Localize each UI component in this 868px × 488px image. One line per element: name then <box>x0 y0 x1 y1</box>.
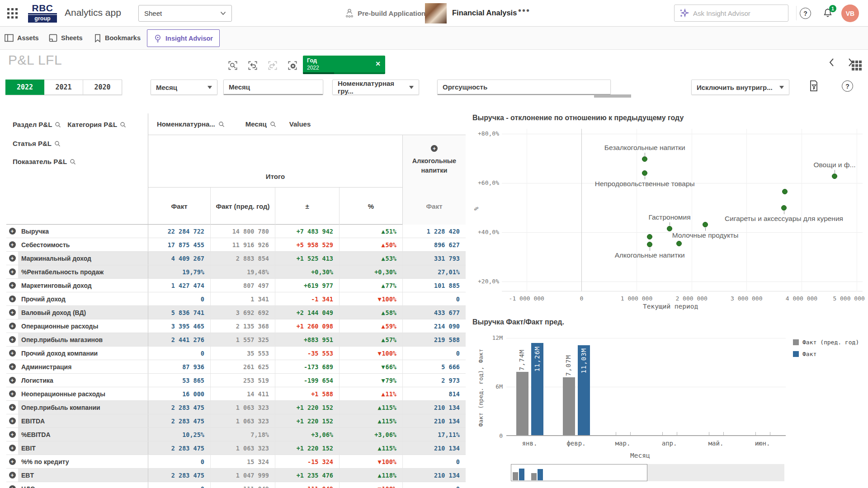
exclude-intragroup-dropdown[interactable]: Исключить внутригр... <box>691 80 789 95</box>
scatter-point[interactable] <box>832 174 837 179</box>
expand-icon[interactable]: + <box>9 445 16 451</box>
expand-icon[interactable]: + <box>9 485 16 488</box>
select-search-icon[interactable] <box>227 60 239 71</box>
dim-kategoria-pl[interactable]: Категория P&L <box>67 121 117 128</box>
alcohol-group-header[interactable]: + Алкогольные напитки <box>402 135 466 188</box>
row-label[interactable]: Валовый доход (ВД) <box>18 306 148 319</box>
scatter-point[interactable] <box>782 189 788 194</box>
row-label[interactable]: Маркетинговый доход <box>18 279 148 292</box>
next-sheet-chevron[interactable] <box>845 57 856 68</box>
org-listbox-scrollbar[interactable] <box>594 94 631 98</box>
row-label[interactable]: %EBITDA <box>18 428 148 441</box>
row-label[interactable]: Выручка <box>18 225 148 238</box>
insight-advisor-searchbox[interactable] <box>674 5 788 22</box>
row-label[interactable]: Себестоимость <box>18 238 148 251</box>
measure-alcohol-fact[interactable]: Факт <box>402 188 466 225</box>
more-menu-icon[interactable]: ••• <box>518 5 530 16</box>
row-label[interactable]: Логистика <box>18 374 148 387</box>
row-label[interactable]: Опер.прибыль магазинов <box>18 333 148 346</box>
row-label[interactable]: %% по кредиту <box>18 455 148 468</box>
total-group-header[interactable]: Итого <box>148 135 402 188</box>
expand-icon[interactable]: + <box>9 228 16 235</box>
row-label[interactable]: НДС <box>18 482 148 488</box>
app-thumbnail[interactable] <box>425 3 447 23</box>
bar-prev-year[interactable] <box>516 372 528 435</box>
bar-prev-year[interactable] <box>563 377 575 435</box>
row-label[interactable]: Неоперационные расходы <box>18 387 148 400</box>
scatter-point[interactable] <box>647 242 652 247</box>
redo-selection-icon[interactable] <box>267 60 278 71</box>
selections-tool-icon[interactable] <box>807 80 820 92</box>
dim-razdel-pl[interactable]: Раздел P&L <box>13 121 52 128</box>
expand-icon[interactable]: + <box>9 268 16 275</box>
row-label[interactable]: Администрация <box>18 360 148 373</box>
scatter-point[interactable] <box>676 241 682 246</box>
expand-icon[interactable]: + <box>9 323 16 329</box>
scatter-point[interactable] <box>647 234 652 239</box>
dim-pokazatel-pl[interactable]: Показатель P&L <box>13 158 67 165</box>
app-menu-icon[interactable] <box>7 8 18 19</box>
expand-icon[interactable]: + <box>9 404 16 411</box>
assets-tab[interactable]: Assets <box>5 27 39 49</box>
month-dropdown[interactable]: Месяц <box>151 80 217 95</box>
row-label[interactable]: Маржинальный доход <box>18 252 148 265</box>
search-icon[interactable] <box>55 122 61 128</box>
expand-icon[interactable]: + <box>9 431 16 438</box>
row-label[interactable]: %Рентабельность продаж <box>18 265 148 278</box>
help-icon[interactable]: ? <box>800 8 811 19</box>
chart-overview-scrollbar[interactable] <box>511 464 784 481</box>
row-label[interactable]: Опер.прибыль компании <box>18 401 148 414</box>
year-tab-2021[interactable]: 2021 <box>44 80 83 95</box>
scatter-point[interactable] <box>642 170 647 176</box>
expand-icon[interactable]: + <box>9 458 16 465</box>
search-icon[interactable] <box>270 121 276 127</box>
sheets-tab[interactable]: Sheets <box>49 27 83 49</box>
expand-icon[interactable]: + <box>9 472 16 479</box>
search-icon[interactable] <box>120 122 126 128</box>
row-label[interactable]: Прочий доход компании <box>18 347 148 360</box>
notifications-bell[interactable]: 1 <box>822 7 835 20</box>
expand-icon[interactable]: + <box>9 282 16 289</box>
search-icon[interactable] <box>54 141 61 147</box>
selection-chip-year[interactable]: Год 2022 ✕ <box>303 56 385 74</box>
undo-selection-icon[interactable] <box>247 60 259 71</box>
search-icon[interactable] <box>70 159 76 165</box>
coldim-nomenclature[interactable]: Номенклатурна... <box>157 120 215 128</box>
search-input[interactable] <box>693 9 774 17</box>
scatter-point[interactable] <box>703 222 708 227</box>
overview-window[interactable] <box>511 464 647 481</box>
insight-advisor-button[interactable]: Insight Advisor <box>147 29 220 47</box>
row-label[interactable]: Операционные расходы <box>18 319 148 333</box>
year-tab-2022[interactable]: 2022 <box>5 80 44 95</box>
prebuild-applications-link[interactable]: Pre-build Applications <box>345 8 429 18</box>
scatter-point[interactable] <box>642 156 647 162</box>
legend-item-prev[interactable]: Факт (пред. год) <box>793 339 859 346</box>
measure-pct[interactable]: % <box>339 188 402 225</box>
coldim-month[interactable]: Месяц <box>245 120 267 128</box>
dim-statya-pl[interactable]: Статья P&L <box>13 140 52 147</box>
row-label[interactable]: EBIT <box>18 441 148 455</box>
expand-icon[interactable]: + <box>9 255 16 262</box>
expand-icon[interactable]: + <box>9 350 16 357</box>
measure-fact-prev[interactable]: Факт (пред. год) <box>210 188 275 225</box>
measure-fact[interactable]: Факт <box>148 188 210 225</box>
expand-icon[interactable]: + <box>9 241 16 248</box>
clear-selections-icon[interactable] <box>287 60 298 71</box>
expand-icon[interactable]: + <box>9 377 16 384</box>
year-tab-2020[interactable]: 2020 <box>83 80 122 95</box>
expand-icon[interactable]: + <box>9 336 16 343</box>
scatter-point[interactable] <box>667 226 672 231</box>
row-label[interactable]: EBT <box>18 469 148 482</box>
expand-icon[interactable]: + <box>9 296 16 302</box>
expand-icon[interactable]: + <box>431 145 438 152</box>
sheet-selector[interactable]: Sheet <box>138 5 232 22</box>
legend-item-fact[interactable]: Факт <box>793 351 859 357</box>
org-listbox[interactable]: Оргсущность <box>437 80 611 95</box>
row-label[interactable]: EBITDA <box>18 414 148 427</box>
bookmarks-tab[interactable]: Bookmarks <box>94 27 141 49</box>
user-avatar[interactable]: VB <box>841 5 859 22</box>
chip-close-icon[interactable]: ✕ <box>375 60 381 67</box>
row-label[interactable]: Прочий доход <box>18 292 148 305</box>
month-listbox[interactable]: Месяц <box>223 80 323 95</box>
coldim-values[interactable]: Values <box>289 120 311 128</box>
